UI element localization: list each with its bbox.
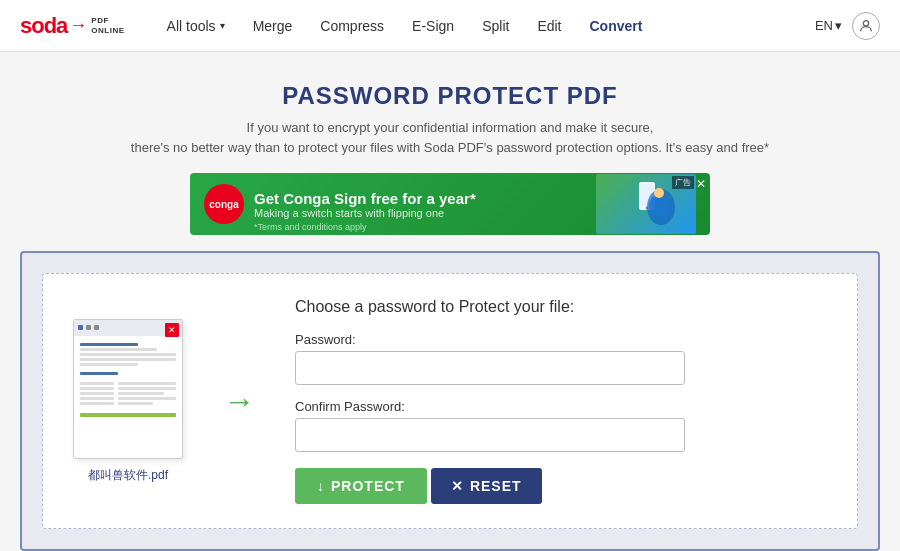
logo-arrow-icon: →: [69, 15, 87, 36]
file-name: 都叫兽软件.pdf: [88, 467, 168, 484]
form-title: Choose a password to Protect your file:: [295, 298, 827, 316]
page-subtitle: If you want to encrypt your confidential…: [20, 118, 880, 157]
ad-subtext: Making a switch starts with flipping one: [254, 207, 596, 219]
password-label: Password:: [295, 332, 827, 347]
nav-item-convert[interactable]: Convert: [578, 12, 655, 40]
chevron-down-icon: ▾: [835, 18, 842, 33]
ad-image: 广告: [596, 174, 696, 234]
tool-area: ✕ 都叫兽软件.pdf → Choose a password to Prote…: [20, 251, 880, 551]
svg-rect-5: [649, 195, 669, 217]
arrow-right-icon: →: [223, 383, 255, 420]
logo-text: soda: [20, 13, 67, 39]
pdf-thumbnail: ✕: [73, 319, 183, 459]
tool-inner: ✕ 都叫兽软件.pdf → Choose a password to Prote…: [42, 273, 858, 529]
ad-disclaimer: *Terms and conditions apply: [254, 222, 367, 232]
ad-headline: Get Conga Sign free for a year*: [254, 190, 596, 207]
header: soda → PDF ONLINE All tools ▾ Merge Comp…: [0, 0, 900, 52]
thumb-dot: [86, 325, 91, 330]
confirm-password-input[interactable]: [295, 418, 685, 452]
chevron-down-icon: ▾: [220, 20, 225, 31]
pdf-close-button[interactable]: ✕: [165, 323, 179, 337]
nav-item-esign[interactable]: E-Sign: [400, 12, 466, 40]
protect-button[interactable]: ↓ PROTECT: [295, 468, 427, 504]
ad-text: Get Conga Sign free for a year* Making a…: [254, 190, 596, 219]
nav-item-merge[interactable]: Merge: [241, 12, 305, 40]
password-input[interactable]: [295, 351, 685, 385]
thumb-body: [74, 336, 182, 424]
ad-corner-label: 广告: [672, 176, 694, 189]
password-group: Password:: [295, 332, 827, 385]
reset-icon: ✕: [451, 478, 464, 494]
svg-point-0: [863, 20, 868, 25]
logo[interactable]: soda → PDF ONLINE: [20, 13, 125, 39]
password-form: Choose a password to Protect your file: …: [295, 298, 827, 504]
confirm-password-label: Confirm Password:: [295, 399, 827, 414]
svg-point-6: [654, 188, 664, 198]
thumb-dot: [94, 325, 99, 330]
nav-item-split[interactable]: Split: [470, 12, 521, 40]
nav-item-compress[interactable]: Compress: [308, 12, 396, 40]
file-preview: ✕ 都叫兽软件.pdf: [73, 319, 183, 484]
thumb-dot: [78, 325, 83, 330]
page-title: PASSWORD PROTECT PDF: [20, 82, 880, 110]
reset-button[interactable]: ✕ RESET: [431, 468, 542, 504]
protect-icon: ↓: [317, 478, 325, 494]
main-nav: All tools ▾ Merge Compress E-Sign Split …: [155, 12, 815, 40]
main-content: PASSWORD PROTECT PDF If you want to encr…: [0, 52, 900, 551]
confirm-password-group: Confirm Password:: [295, 399, 827, 452]
logo-subtitle: PDF ONLINE: [91, 16, 124, 35]
ad-banner[interactable]: conga Get Conga Sign free for a year* Ma…: [190, 173, 710, 235]
nav-item-alltools[interactable]: All tools ▾: [155, 12, 237, 40]
language-selector[interactable]: EN ▾: [815, 18, 842, 33]
nav-item-edit[interactable]: Edit: [525, 12, 573, 40]
header-right: EN ▾: [815, 12, 880, 40]
user-account-button[interactable]: [852, 12, 880, 40]
form-buttons: ↓ PROTECT ✕ RESET: [295, 468, 827, 504]
ad-close-button[interactable]: ✕: [696, 177, 706, 191]
page-title-section: PASSWORD PROTECT PDF If you want to encr…: [20, 72, 880, 173]
ad-logo: conga: [204, 184, 244, 224]
